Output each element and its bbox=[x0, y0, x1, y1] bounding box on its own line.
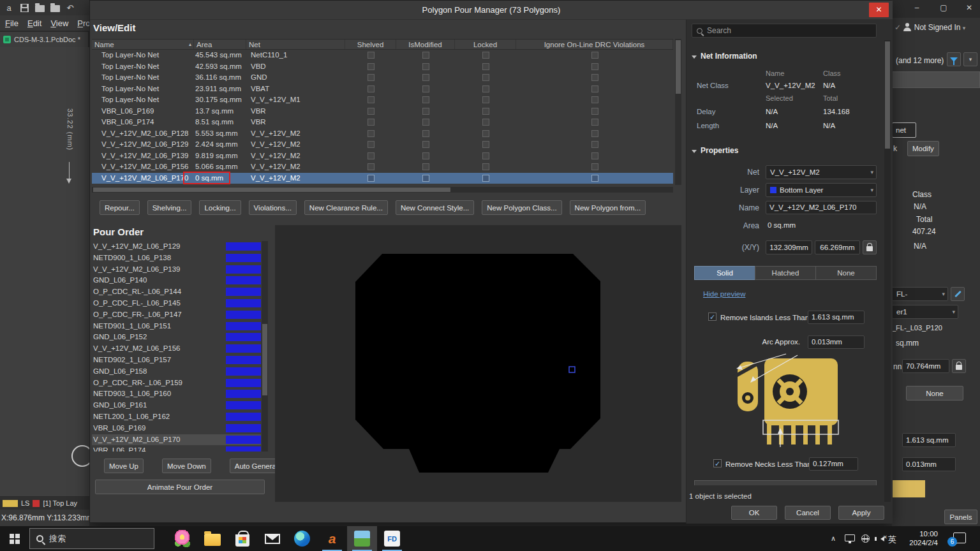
display-icon[interactable] bbox=[845, 534, 855, 541]
action-button[interactable]: New Polygon from... bbox=[570, 200, 646, 215]
pcb-editor-background[interactable]: 33.22 (mm) bbox=[0, 47, 89, 496]
table-vertical-scrollbar[interactable] bbox=[675, 39, 681, 185]
arc-input-bg[interactable]: 0.013mm bbox=[902, 457, 956, 471]
shelved-checkbox[interactable] bbox=[368, 74, 375, 81]
pour-order-item[interactable]: GND_L06_P161 bbox=[92, 400, 261, 411]
table-row[interactable]: V_V_+12V_M2_L06_P1285.553 sq.mmV_V_+12V_… bbox=[92, 128, 673, 140]
fill-mode-hatched[interactable]: Hatched bbox=[755, 266, 816, 280]
action-button[interactable]: Violations... bbox=[249, 200, 297, 215]
ignore-drc-checkbox[interactable] bbox=[591, 52, 598, 59]
ignore-drc-checkbox[interactable] bbox=[591, 130, 598, 137]
menu-file[interactable]: File bbox=[5, 18, 19, 28]
dialog-button-apply[interactable]: Apply bbox=[838, 506, 884, 520]
locked-checkbox[interactable] bbox=[482, 152, 489, 159]
islands-input-bg[interactable]: 1.613 sq.mm bbox=[902, 433, 956, 447]
pour-order-item[interactable]: V_V_+12V_M2_L06_P170 bbox=[92, 434, 261, 446]
ismodified-checkbox[interactable] bbox=[422, 52, 429, 59]
remove-islands-checkbox[interactable]: ✓ bbox=[708, 312, 716, 321]
column-header-ismodified[interactable]: IsModified bbox=[396, 40, 455, 49]
ignore-drc-checkbox[interactable] bbox=[591, 119, 598, 126]
net-information-header[interactable]: Net Information bbox=[692, 52, 757, 61]
ignore-drc-checkbox[interactable] bbox=[591, 141, 598, 148]
shelved-checkbox[interactable] bbox=[368, 152, 375, 159]
name-input[interactable]: V_V_+12V_M2_L06_P170 bbox=[766, 201, 877, 214]
gold-color-swatch[interactable] bbox=[892, 480, 925, 497]
column-header-name[interactable]: Name ▴ bbox=[92, 40, 194, 49]
filter-dropdown-button[interactable]: ▾ bbox=[963, 52, 977, 66]
layer-color-red[interactable] bbox=[33, 500, 40, 507]
dialog-button-ok[interactable]: OK bbox=[731, 506, 777, 520]
ignore-drc-checkbox[interactable] bbox=[591, 152, 598, 159]
taskbar-edge[interactable] bbox=[287, 526, 317, 551]
menu-view[interactable]: View bbox=[50, 18, 68, 28]
column-header-shelved[interactable]: Shelved bbox=[345, 40, 396, 49]
open-folder-icon[interactable] bbox=[34, 3, 45, 13]
none-button[interactable]: None bbox=[906, 386, 963, 400]
shelved-checkbox[interactable] bbox=[368, 96, 375, 103]
coord-input[interactable]: 70.764mm bbox=[902, 359, 949, 373]
taskbar-clock[interactable]: 10:00 2024/2/4 bbox=[898, 529, 938, 547]
panel-scrollbar[interactable] bbox=[884, 40, 891, 502]
layer-dropdown-fragment[interactable]: er1▾ bbox=[892, 305, 958, 319]
undo-icon[interactable]: ↶ bbox=[65, 3, 75, 13]
ismodified-checkbox[interactable] bbox=[422, 108, 429, 115]
ignore-drc-checkbox[interactable] bbox=[591, 85, 598, 92]
pour-order-item[interactable]: GND_L06_P158 bbox=[92, 366, 261, 378]
shelved-checkbox[interactable] bbox=[368, 85, 375, 92]
table-row[interactable]: Top Layer-No Net42.593 sq.mmVBD bbox=[92, 61, 673, 73]
pour-order-item[interactable]: O_P_CDC_FL-_L06_P145 bbox=[92, 298, 261, 309]
search-input[interactable]: Search bbox=[692, 24, 877, 38]
table-row[interactable]: Top Layer-No Net36.116 sq.mmGND bbox=[92, 72, 673, 84]
table-row[interactable]: VBR_L06_P16913.7 sq.mmVBR bbox=[92, 106, 673, 117]
locked-checkbox[interactable] bbox=[482, 119, 489, 126]
taskbar-search-input[interactable]: 搜索 bbox=[29, 528, 154, 549]
column-header-area[interactable]: Area bbox=[194, 40, 246, 49]
ismodified-checkbox[interactable] bbox=[422, 85, 429, 92]
menu-pro[interactable]: Pro bbox=[77, 18, 89, 28]
ismodified-checkbox[interactable] bbox=[422, 96, 429, 103]
locked-checkbox[interactable] bbox=[482, 175, 489, 182]
shelved-checkbox[interactable] bbox=[368, 141, 375, 148]
pour-order-item[interactable]: V_V_+12V_M2_L06_P129 bbox=[92, 241, 261, 253]
remove-necks-input[interactable]: 0.127mm bbox=[809, 457, 858, 471]
pour-order-item[interactable]: O_P_CDC_RR-_L06_P159 bbox=[92, 378, 261, 389]
pour-order-item[interactable]: O_P_CDC_RL-_L06_P144 bbox=[92, 286, 261, 298]
table-row[interactable]: VBR_L06_P1748.51 sq.mmVBR bbox=[92, 117, 673, 128]
shelved-checkbox[interactable] bbox=[368, 163, 375, 170]
shelved-checkbox[interactable] bbox=[368, 52, 375, 59]
fill-mode-solid[interactable]: Solid bbox=[694, 266, 755, 280]
ignore-drc-checkbox[interactable] bbox=[591, 63, 598, 70]
arc-approx-input[interactable]: 0.013mm bbox=[808, 335, 865, 349]
shelved-checkbox[interactable] bbox=[368, 130, 375, 137]
action-button[interactable]: Repour... bbox=[100, 200, 140, 215]
shelved-checkbox[interactable] bbox=[368, 108, 375, 115]
ignore-drc-checkbox[interactable] bbox=[591, 175, 598, 182]
ismodified-checkbox[interactable] bbox=[422, 119, 429, 126]
filter-button[interactable] bbox=[947, 52, 961, 66]
volume-muted-icon[interactable] bbox=[878, 536, 884, 541]
pour-order-button[interactable]: Move Down bbox=[162, 459, 211, 473]
table-row[interactable]: V_V_+12V_M2_L06_P1292.424 sq.mmV_V_+12V_… bbox=[92, 139, 673, 151]
layer-badge-top[interactable]: [1] Top Lay bbox=[43, 499, 77, 507]
table-horizontal-scrollbar[interactable] bbox=[92, 187, 673, 193]
coord-lock-button[interactable] bbox=[952, 359, 966, 373]
panels-button[interactable]: Panels bbox=[944, 510, 977, 524]
locked-checkbox[interactable] bbox=[482, 63, 489, 70]
taskbar-altium[interactable]: a bbox=[317, 526, 347, 551]
polygon-preview-pane[interactable] bbox=[275, 225, 681, 502]
color-picker-button[interactable] bbox=[951, 287, 965, 301]
table-row[interactable]: V_V_+12V_M2_L06_P1565.066 sq.mmV_V_+12V_… bbox=[92, 161, 673, 173]
net-name-field-fragment[interactable]: net bbox=[892, 122, 916, 138]
dialog-close-button[interactable]: ✕ bbox=[869, 3, 889, 17]
shelved-checkbox[interactable] bbox=[368, 119, 375, 126]
column-header-net[interactable]: Net bbox=[246, 40, 345, 49]
ismodified-checkbox[interactable] bbox=[422, 152, 429, 159]
taskbar-capture-app[interactable] bbox=[347, 526, 377, 551]
save-icon[interactable] bbox=[19, 3, 29, 13]
close-icon[interactable]: ✕ bbox=[962, 3, 976, 12]
pour-order-item[interactable]: O_P_CDC_FR-_L06_P147 bbox=[92, 309, 261, 321]
pour-order-item[interactable]: V_V_+12V_M2_L06_P139 bbox=[92, 264, 261, 276]
locked-checkbox[interactable] bbox=[482, 85, 489, 92]
layer-color-yellow[interactable] bbox=[3, 500, 18, 507]
field-sliver[interactable] bbox=[892, 71, 980, 88]
